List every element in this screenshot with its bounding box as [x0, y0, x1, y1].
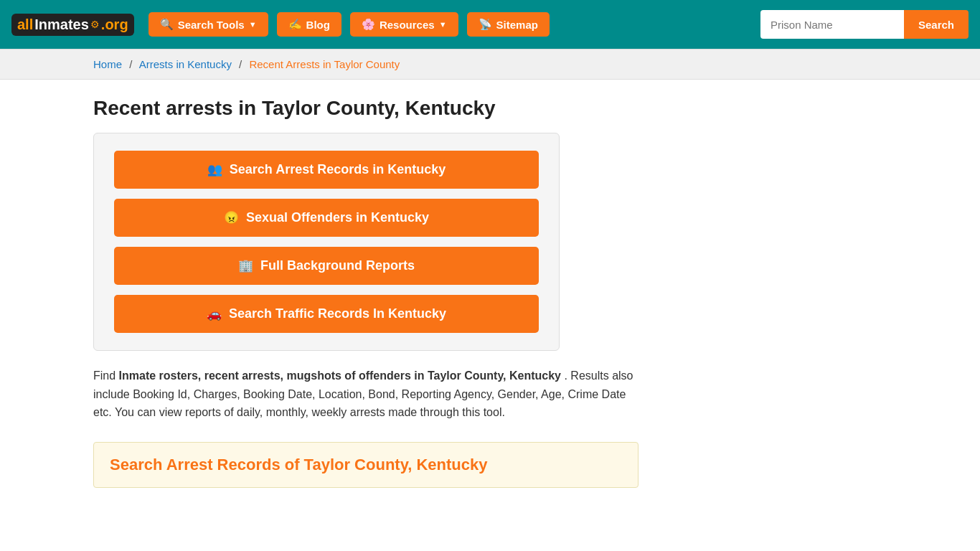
blog-label: Blog — [306, 19, 330, 31]
prison-search-button[interactable]: Search — [904, 10, 969, 39]
sitemap-button[interactable]: Sitemap — [467, 12, 550, 37]
traffic-records-label: Search Traffic Records In Kentucky — [229, 306, 446, 321]
angry-icon — [224, 210, 239, 225]
page-title: Recent arrests in Taylor County, Kentuck… — [93, 97, 887, 120]
chevron-down-icon-resources: ▼ — [439, 20, 447, 29]
prison-name-input[interactable] — [760, 10, 904, 39]
full-background-label: Full Background Reports — [260, 258, 415, 273]
full-background-reports-button[interactable]: Full Background Reports — [114, 247, 539, 285]
search-icon — [160, 18, 174, 31]
car-icon — [207, 306, 222, 321]
breadcrumb-sep-2: / — [239, 58, 242, 70]
resources-label: Resources — [380, 19, 435, 31]
prison-search-area: Search — [760, 10, 969, 39]
blog-icon — [288, 18, 302, 31]
breadcrumb: Home / Arrests in Kentucky / Recent Arre… — [0, 49, 980, 80]
logo-all: all — [17, 17, 33, 33]
section-title-box: Search Arrest Records of Taylor County, … — [93, 442, 639, 488]
logo-org: .org — [101, 17, 128, 33]
building-icon — [238, 258, 253, 273]
section-title: Search Arrest Records of Taylor County, … — [110, 456, 622, 474]
description-paragraph: Find Inmate rosters, recent arrests, mug… — [93, 367, 639, 422]
traffic-records-button[interactable]: Search Traffic Records In Kentucky — [114, 295, 539, 333]
chevron-down-icon: ▼ — [249, 20, 257, 29]
sitemap-icon — [479, 18, 492, 31]
breadcrumb-recent-arrests: Recent Arrests in Taylor County — [249, 58, 400, 70]
search-arrest-records-button[interactable]: Search Arrest Records in Kentucky — [114, 151, 539, 189]
breadcrumb-home[interactable]: Home — [93, 58, 122, 70]
description-bold: Inmate rosters, recent arrests, mugshots… — [119, 369, 561, 382]
search-tools-label: Search Tools — [178, 19, 245, 31]
prison-search-label: Search — [918, 19, 954, 31]
logo-gear-icon: ⚙ — [90, 19, 100, 30]
site-logo[interactable]: all Inmates ⚙ .org — [11, 14, 134, 36]
users-icon — [207, 162, 222, 177]
main-content: Recent arrests in Taylor County, Kentuck… — [0, 80, 980, 505]
sexual-offenders-label: Sexual Offenders in Kentucky — [246, 210, 429, 225]
search-tools-button[interactable]: Search Tools ▼ — [149, 12, 268, 37]
blog-button[interactable]: Blog — [277, 12, 341, 37]
navbar: all Inmates ⚙ .org Search Tools ▼ Blog R… — [0, 0, 980, 49]
resources-icon — [362, 18, 375, 31]
breadcrumb-arrests-ky[interactable]: Arrests in Kentucky — [139, 58, 232, 70]
search-arrest-label: Search Arrest Records in Kentucky — [230, 162, 446, 177]
resources-button[interactable]: Resources ▼ — [350, 12, 458, 37]
sitemap-label: Sitemap — [496, 19, 538, 31]
logo-inmates: Inmates — [34, 17, 89, 33]
action-card: Search Arrest Records in Kentucky Sexual… — [93, 133, 560, 351]
sexual-offenders-button[interactable]: Sexual Offenders in Kentucky — [114, 199, 539, 237]
description-find: Find — [93, 369, 119, 382]
breadcrumb-sep-1: / — [129, 58, 132, 70]
